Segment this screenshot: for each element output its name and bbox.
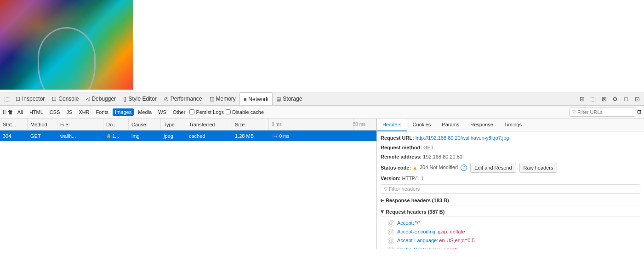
status-code-field: Status code: ▲ 304 Not Modified ? Edit a… <box>381 163 640 173</box>
request-headers-section[interactable]: ▶ Request headers (387 B) <box>381 207 640 217</box>
screenshot-icon[interactable]: ⊠ <box>599 94 609 104</box>
request-method-label: Request method: <box>381 145 422 150</box>
tab-inspector[interactable]: ☐ Inspector <box>12 92 48 106</box>
filter-media[interactable]: Media <box>136 108 154 116</box>
tab-performance-label: Performance <box>171 96 202 102</box>
timeline-t80: 80 ms <box>353 122 365 127</box>
tab-debugger[interactable]: ◁ Debugger <box>82 92 120 106</box>
cell-domain-num: 1... <box>112 133 119 139</box>
filter-images[interactable]: Images <box>113 108 134 116</box>
tab-inspector-label: Inspector <box>22 96 45 102</box>
devtools-menu-icon[interactable]: ⬚ <box>2 94 12 104</box>
waterfall-line-80 <box>353 119 353 130</box>
tab-style-editor[interactable]: {} Style Editor <box>120 92 160 106</box>
version-value: HTTP/1.1 <box>402 176 423 181</box>
tab-network[interactable]: ≡ Network <box>239 92 273 106</box>
persist-logs-input[interactable] <box>189 109 194 114</box>
request-url-label: Request URL: <box>381 135 414 141</box>
filter-all[interactable]: All <box>15 108 25 116</box>
tab-timings[interactable]: Timings <box>499 119 527 131</box>
column-headers: Stat... Method File Do... Cause Type Tra… <box>0 119 376 130</box>
raw-headers-button[interactable]: Raw headers <box>519 163 558 173</box>
col-method[interactable]: Method <box>28 119 57 130</box>
status-code-label: Status code: <box>381 165 411 170</box>
filter-headers-input[interactable]: ▽ Filter headers <box>381 184 640 194</box>
memory-icon: ◫ <box>210 96 214 102</box>
col-cause[interactable]: Cause <box>129 119 161 130</box>
filter-url-icon: ▽ <box>572 109 576 114</box>
tab-response[interactable]: Response <box>465 119 499 131</box>
pick-element-icon[interactable]: ⬚ <box>588 94 598 104</box>
col-domain[interactable]: Do... <box>103 119 129 130</box>
waterfall-bar-label: → 0 ms <box>274 133 289 138</box>
waterfall-bar: → 0 ms <box>272 134 285 138</box>
header-entry-accept-language: ⓘ Accept-Language: en-US,en;q=0.5 <box>381 236 640 245</box>
request-list: Stat... Method File Do... Cause Type Tra… <box>0 119 377 249</box>
tab-console[interactable]: ☐ Console <box>48 92 82 106</box>
version-label: Version: <box>381 176 400 181</box>
filter-ws[interactable]: WS <box>156 108 169 116</box>
col-type[interactable]: Type <box>161 119 186 130</box>
response-headers-section[interactable]: ▶ Response headers (183 B) <box>381 196 640 205</box>
filter-xhr[interactable]: XHR <box>76 108 91 116</box>
header-entry-cache-control: ⓘ Cache-Control: max-age=0 <box>381 245 640 249</box>
persist-logs-label: Persist Logs <box>196 109 224 115</box>
filter-url-input[interactable] <box>577 109 633 115</box>
filter-css[interactable]: CSS <box>47 108 63 116</box>
disable-cache-input[interactable] <box>226 109 231 114</box>
pause-button[interactable]: II <box>3 109 6 115</box>
browser-page <box>0 0 644 92</box>
tab-headers[interactable]: Headers <box>377 119 407 131</box>
performance-icon: ◎ <box>164 96 169 102</box>
settings-icon[interactable]: ⚙ <box>610 94 620 104</box>
col-file[interactable]: File <box>57 119 103 130</box>
devtools-toolbar: ⬚ ☐ Inspector ☐ Console ◁ Debugger {} St… <box>0 92 644 106</box>
request-headers-arrow: ▶ <box>380 210 385 213</box>
tab-memory[interactable]: ◫ Memory <box>206 92 239 106</box>
headers-content: Request URL: http://192.168.80.20/wallha… <box>377 131 644 249</box>
cell-timeline: → 0 ms <box>269 130 376 141</box>
request-headers-label: Request headers (387 B) <box>386 209 445 215</box>
col-status[interactable]: Stat... <box>0 119 28 130</box>
tab-cookies[interactable]: Cookies <box>407 119 437 131</box>
response-headers-label: Response headers (183 B) <box>386 198 449 203</box>
filter-extra-icon[interactable]: ⊡ <box>637 109 641 115</box>
col-size[interactable]: Size <box>232 119 269 130</box>
dock-icon[interactable]: □ <box>621 94 631 104</box>
edit-resend-button[interactable]: Edit and Resend <box>470 163 516 173</box>
col-transferred[interactable]: Transferred <box>186 119 232 130</box>
console-icon: ☐ <box>52 96 57 102</box>
cell-domain: 🔒 1... <box>103 130 129 141</box>
header-value-accept: */* <box>415 220 421 227</box>
storage-icon: ▤ <box>276 96 281 102</box>
cell-transferred: cached <box>186 130 232 141</box>
persist-logs-checkbox[interactable]: Persist Logs <box>189 109 224 115</box>
lock-icon: 🔒 <box>106 134 111 138</box>
close-devtools-icon[interactable]: ⊡ <box>632 94 642 104</box>
header-name-accept: Accept: <box>397 220 414 227</box>
network-main: Stat... Method File Do... Cause Type Tra… <box>0 119 644 249</box>
tab-storage-label: Storage <box>283 96 302 102</box>
tab-storage[interactable]: ▤ Storage <box>273 92 306 106</box>
cell-file: wallh... <box>57 130 103 141</box>
version-field: Version: HTTP/1.1 <box>381 175 640 182</box>
filter-html[interactable]: HTML <box>27 108 46 116</box>
tab-performance[interactable]: ◎ Performance <box>160 92 206 106</box>
request-url-value: http://192.168.80.20/wallhaven-y8lqo7.jp… <box>416 135 509 141</box>
responsive-design-icon[interactable]: ⊞ <box>577 94 587 104</box>
filter-other[interactable]: Other <box>171 108 188 116</box>
filter-fonts[interactable]: Fonts <box>94 108 111 116</box>
clear-button[interactable]: 🗑 <box>8 109 13 115</box>
col-timeline: 0 ms 80 ms <box>269 119 376 130</box>
header-entry-icon-3: ⓘ <box>388 238 394 244</box>
help-icon[interactable]: ? <box>461 165 467 171</box>
table-row[interactable]: 304 GET wallh... 🔒 1... img jpeg cached … <box>0 130 376 142</box>
filter-js[interactable]: JS <box>64 108 74 116</box>
warning-icon: ▲ <box>412 164 418 172</box>
tab-params[interactable]: Params <box>436 119 465 131</box>
filter-url-wrap: ▽ <box>570 108 635 117</box>
header-value-accept-language: en-US,en;q=0.5 <box>439 237 474 244</box>
headers-panel: Headers Cookies Params Response Timings … <box>377 119 644 249</box>
disable-cache-checkbox[interactable]: Disable cache <box>226 109 264 115</box>
response-headers-arrow: ▶ <box>381 198 384 203</box>
